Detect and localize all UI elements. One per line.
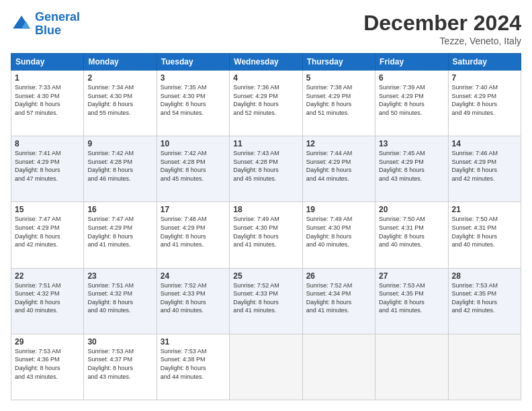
day-info: Sunrise: 7:45 AM Sunset: 4:29 PM Dayligh… — [379, 149, 444, 183]
day-info: Sunrise: 7:53 AM Sunset: 4:38 PM Dayligh… — [161, 347, 226, 381]
day-info: Sunrise: 7:50 AM Sunset: 4:31 PM Dayligh… — [379, 215, 444, 248]
day-number: 26 — [306, 271, 371, 281]
day-info: Sunrise: 7:53 AM Sunset: 4:35 PM Dayligh… — [452, 281, 517, 315]
calendar-cell: 14Sunrise: 7:46 AM Sunset: 4:29 PM Dayli… — [448, 136, 521, 202]
day-info: Sunrise: 7:47 AM Sunset: 4:29 PM Dayligh… — [87, 215, 152, 248]
month-title: December 2024 — [363, 11, 521, 36]
day-info: Sunrise: 7:52 AM Sunset: 4:34 PM Dayligh… — [306, 281, 371, 315]
day-info: Sunrise: 7:52 AM Sunset: 4:33 PM Dayligh… — [161, 281, 226, 315]
calendar-cell: 8Sunrise: 7:41 AM Sunset: 4:29 PM Daylig… — [11, 136, 84, 202]
calendar-cell: 18Sunrise: 7:49 AM Sunset: 4:30 PM Dayli… — [230, 202, 302, 268]
calendar-cell: 19Sunrise: 7:49 AM Sunset: 4:30 PM Dayli… — [302, 202, 375, 268]
day-number: 19 — [306, 205, 371, 214]
day-info: Sunrise: 7:43 AM Sunset: 4:28 PM Dayligh… — [233, 149, 298, 183]
day-number: 31 — [161, 337, 226, 347]
day-info: Sunrise: 7:51 AM Sunset: 4:32 PM Dayligh… — [15, 281, 80, 315]
day-info: Sunrise: 7:47 AM Sunset: 4:29 PM Dayligh… — [15, 215, 80, 248]
calendar-week-row: 1Sunrise: 7:33 AM Sunset: 4:30 PM Daylig… — [11, 71, 521, 136]
day-info: Sunrise: 7:51 AM Sunset: 4:32 PM Dayligh… — [87, 281, 152, 315]
calendar-week-row: 29Sunrise: 7:53 AM Sunset: 4:36 PM Dayli… — [11, 334, 521, 400]
calendar-cell: 5Sunrise: 7:38 AM Sunset: 4:29 PM Daylig… — [302, 71, 375, 136]
day-number: 27 — [379, 271, 444, 281]
calendar-cell: 3Sunrise: 7:35 AM Sunset: 4:30 PM Daylig… — [157, 71, 229, 136]
day-number: 11 — [233, 139, 298, 148]
day-info: Sunrise: 7:40 AM Sunset: 4:29 PM Dayligh… — [452, 83, 517, 117]
day-info: Sunrise: 7:49 AM Sunset: 4:30 PM Dayligh… — [306, 215, 371, 248]
day-info: Sunrise: 7:42 AM Sunset: 4:28 PM Dayligh… — [161, 149, 226, 183]
calendar-cell — [230, 334, 302, 400]
day-number: 17 — [161, 205, 226, 214]
day-number: 10 — [161, 139, 226, 148]
calendar-cell: 9Sunrise: 7:42 AM Sunset: 4:28 PM Daylig… — [84, 136, 157, 202]
day-info: Sunrise: 7:36 AM Sunset: 4:29 PM Dayligh… — [233, 83, 298, 117]
calendar-cell: 31Sunrise: 7:53 AM Sunset: 4:38 PM Dayli… — [157, 334, 229, 400]
calendar-cell: 4Sunrise: 7:36 AM Sunset: 4:29 PM Daylig… — [230, 71, 302, 136]
day-number: 8 — [15, 139, 80, 148]
calendar-cell: 12Sunrise: 7:44 AM Sunset: 4:29 PM Dayli… — [302, 136, 375, 202]
day-number: 29 — [15, 337, 80, 347]
calendar-cell: 16Sunrise: 7:47 AM Sunset: 4:29 PM Dayli… — [84, 202, 157, 268]
calendar-cell: 15Sunrise: 7:47 AM Sunset: 4:29 PM Dayli… — [11, 202, 84, 268]
weekday-header: Tuesday — [157, 54, 229, 71]
calendar-cell: 10Sunrise: 7:42 AM Sunset: 4:28 PM Dayli… — [157, 136, 229, 202]
day-number: 28 — [452, 271, 517, 281]
day-info: Sunrise: 7:41 AM Sunset: 4:29 PM Dayligh… — [15, 149, 80, 183]
calendar-cell: 6Sunrise: 7:39 AM Sunset: 4:29 PM Daylig… — [375, 71, 448, 136]
calendar-cell: 17Sunrise: 7:48 AM Sunset: 4:29 PM Dayli… — [157, 202, 229, 268]
calendar-header-row: SundayMondayTuesdayWednesdayThursdayFrid… — [11, 54, 521, 71]
day-number: 15 — [15, 205, 80, 214]
calendar-cell: 25Sunrise: 7:52 AM Sunset: 4:33 PM Dayli… — [230, 268, 302, 334]
calendar-cell — [375, 334, 448, 400]
day-number: 9 — [87, 139, 152, 148]
calendar-table: SundayMondayTuesdayWednesdayThursdayFrid… — [11, 53, 521, 400]
day-info: Sunrise: 7:53 AM Sunset: 4:36 PM Dayligh… — [15, 347, 80, 381]
weekday-header: Saturday — [448, 54, 521, 71]
calendar-cell: 13Sunrise: 7:45 AM Sunset: 4:29 PM Dayli… — [375, 136, 448, 202]
logo-text: General Blue — [35, 11, 80, 38]
day-info: Sunrise: 7:53 AM Sunset: 4:35 PM Dayligh… — [379, 281, 444, 315]
day-number: 23 — [87, 271, 152, 281]
day-info: Sunrise: 7:44 AM Sunset: 4:29 PM Dayligh… — [306, 149, 371, 183]
title-block: December 2024 Tezze, Veneto, Italy — [363, 11, 521, 46]
day-number: 1 — [15, 73, 80, 83]
weekday-header: Friday — [375, 54, 448, 71]
day-number: 7 — [452, 73, 517, 83]
day-info: Sunrise: 7:38 AM Sunset: 4:29 PM Dayligh… — [306, 83, 371, 117]
calendar-cell: 21Sunrise: 7:50 AM Sunset: 4:31 PM Dayli… — [448, 202, 521, 268]
weekday-header: Wednesday — [230, 54, 302, 71]
day-info: Sunrise: 7:42 AM Sunset: 4:28 PM Dayligh… — [87, 149, 152, 183]
calendar-cell: 1Sunrise: 7:33 AM Sunset: 4:30 PM Daylig… — [11, 71, 84, 136]
calendar-cell: 29Sunrise: 7:53 AM Sunset: 4:36 PM Dayli… — [11, 334, 84, 400]
day-number: 14 — [452, 139, 517, 148]
day-number: 22 — [15, 271, 80, 281]
day-info: Sunrise: 7:33 AM Sunset: 4:30 PM Dayligh… — [15, 83, 80, 117]
day-number: 16 — [87, 205, 152, 214]
day-number: 12 — [306, 139, 371, 148]
calendar-cell — [302, 334, 375, 400]
weekday-header: Monday — [84, 54, 157, 71]
day-info: Sunrise: 7:35 AM Sunset: 4:30 PM Dayligh… — [161, 83, 226, 117]
calendar-cell: 27Sunrise: 7:53 AM Sunset: 4:35 PM Dayli… — [375, 268, 448, 334]
calendar-cell: 28Sunrise: 7:53 AM Sunset: 4:35 PM Dayli… — [448, 268, 521, 334]
calendar-cell: 2Sunrise: 7:34 AM Sunset: 4:30 PM Daylig… — [84, 71, 157, 136]
day-number: 25 — [233, 271, 298, 281]
day-number: 3 — [161, 73, 226, 83]
day-number: 13 — [379, 139, 444, 148]
day-info: Sunrise: 7:34 AM Sunset: 4:30 PM Dayligh… — [87, 83, 152, 117]
day-number: 6 — [379, 73, 444, 83]
page: General Blue December 2024 Tezze, Veneto… — [0, 0, 532, 411]
calendar-cell: 22Sunrise: 7:51 AM Sunset: 4:32 PM Dayli… — [11, 268, 84, 334]
day-number: 20 — [379, 205, 444, 214]
day-number: 2 — [87, 73, 152, 83]
day-info: Sunrise: 7:49 AM Sunset: 4:30 PM Dayligh… — [233, 215, 298, 248]
location: Tezze, Veneto, Italy — [363, 36, 521, 46]
logo: General Blue — [11, 11, 80, 38]
day-number: 30 — [87, 337, 152, 347]
day-info: Sunrise: 7:39 AM Sunset: 4:29 PM Dayligh… — [379, 83, 444, 117]
calendar-week-row: 8Sunrise: 7:41 AM Sunset: 4:29 PM Daylig… — [11, 136, 521, 202]
calendar-week-row: 15Sunrise: 7:47 AM Sunset: 4:29 PM Dayli… — [11, 202, 521, 268]
calendar-cell: 20Sunrise: 7:50 AM Sunset: 4:31 PM Dayli… — [375, 202, 448, 268]
logo-icon — [11, 13, 32, 35]
day-info: Sunrise: 7:52 AM Sunset: 4:33 PM Dayligh… — [233, 281, 298, 315]
day-info: Sunrise: 7:50 AM Sunset: 4:31 PM Dayligh… — [452, 215, 517, 248]
